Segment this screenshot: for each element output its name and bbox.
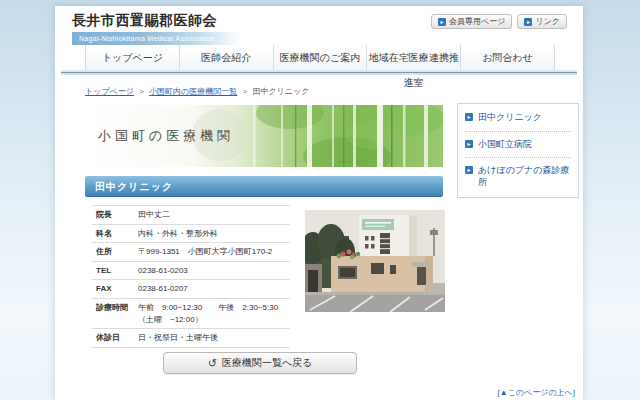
sidebar-item-tanaka-clinic[interactable]: ▸ 田中クリニック <box>465 105 571 132</box>
back-to-list-button[interactable]: ↺ 医療機関一覧へ戻る <box>163 352 357 374</box>
nav-item-contact[interactable]: お問合わせ <box>460 45 555 70</box>
member-page-button[interactable]: ▸ 会員専用ページ <box>431 14 512 29</box>
row-label: FAX <box>92 283 138 295</box>
nav-underline <box>61 70 577 75</box>
site-title: 長井市西置賜郡医師会 <box>72 12 217 30</box>
row-value: 0238-61-0207 <box>138 283 290 295</box>
sidebar-clinic-list: ▸ 田中クリニック ▸ 小国町立病院 ▸ あけぼのブナの森診療所 <box>457 103 579 198</box>
row-label: 診療時間 <box>92 302 138 325</box>
table-row: 診療時間 午前 9:00~12:30 午後 2:30~5:30 （土曜 ~12:… <box>92 298 290 328</box>
arrow-square-icon: ▸ <box>524 18 532 26</box>
row-label: 科名 <box>92 228 138 240</box>
nav-item-facilities[interactable]: 医療機関のご案内 <box>273 45 367 70</box>
table-row: TEL 0238-61-0203 <box>92 261 290 280</box>
table-row: 休診日 日・祝祭日・土曜午後 <box>92 328 290 348</box>
page-heading-banner: 小国町の医療機関 <box>85 105 443 167</box>
row-value: 田中丈二 <box>138 209 290 221</box>
sidebar-item-label: 田中クリニック <box>478 112 542 124</box>
page-container: 長井市西置賜郡医師会 Nagai-Nishiokitama Medical As… <box>55 6 583 400</box>
breadcrumb-link-list[interactable]: 小国町内の医療機関一覧 <box>149 87 237 96</box>
table-row: 住所 〒999-1351 小国町大字小国町170-2 <box>92 242 290 261</box>
row-value: 内科・外科・整形外科 <box>138 228 290 240</box>
nav-item-top[interactable]: トップページ <box>85 45 179 70</box>
arrow-square-icon: ▸ <box>438 18 446 26</box>
links-label: リンク <box>535 16 560 27</box>
breadcrumb-separator: > <box>139 87 144 96</box>
row-label: 住所 <box>92 246 138 258</box>
links-button[interactable]: ▸ リンク <box>517 14 567 29</box>
breadcrumb-separator: > <box>243 87 248 96</box>
breadcrumb-link-top[interactable]: トップページ <box>85 87 134 96</box>
breadcrumb: トップページ > 小国町内の医療機関一覧 > 田中クリニック <box>85 86 309 97</box>
back-button-label: 医療機関一覧へ戻る <box>222 356 312 370</box>
sidebar-item-akebono-clinic[interactable]: ▸ あけぼのブナの森診療所 <box>465 158 571 195</box>
page-title: 小国町の医療機関 <box>98 105 234 167</box>
table-row: FAX 0238-61-0207 <box>92 279 290 298</box>
site-subtitle: Nagai-Nishiokitama Medical Association <box>72 32 247 45</box>
main-nav: トップページ 医師会紹介 医療機関のご案内 地域在宅医療連携推進室 お問合わせ <box>85 45 555 70</box>
breadcrumb-current: 田中クリニック <box>252 87 309 96</box>
row-label: TEL <box>92 265 138 277</box>
browser-viewport: 長井市西置賜郡医師会 Nagai-Nishiokitama Medical As… <box>0 0 640 400</box>
nav-item-homecare[interactable]: 地域在宅医療連携推進室 <box>366 45 460 70</box>
row-value: 〒999-1351 小国町大字小国町170-2 <box>138 246 290 258</box>
sidebar-item-label: 小国町立病院 <box>478 139 532 151</box>
row-label: 休診日 <box>92 332 138 344</box>
row-value: 日・祝祭日・土曜午後 <box>138 332 290 344</box>
arrow-square-icon: ▸ <box>465 113 473 121</box>
arrow-square-icon: ▸ <box>465 166 473 174</box>
member-page-label: 会員専用ページ <box>449 16 505 27</box>
sidebar-item-label: あけぼのブナの森診療所 <box>478 165 571 188</box>
sidebar-item-oguni-hospital[interactable]: ▸ 小国町立病院 <box>465 132 571 159</box>
row-value: 0238-61-0203 <box>138 265 290 277</box>
nav-item-about[interactable]: 医師会紹介 <box>179 45 273 70</box>
header-buttons: ▸ 会員専用ページ ▸ リンク <box>431 14 567 29</box>
clinic-details-table: 院長 田中丈二 科名 内科・外科・整形外科 住所 〒999-1351 小国町大字… <box>92 205 290 348</box>
to-page-top-link[interactable]: [▲このページの上へ] <box>498 387 576 398</box>
clinic-photo <box>305 210 445 312</box>
clinic-building-image <box>305 210 445 312</box>
table-row: 科名 内科・外科・整形外科 <box>92 224 290 243</box>
row-label: 院長 <box>92 209 138 221</box>
row-value: 午前 9:00~12:30 午後 2:30~5:30 （土曜 ~12:00） <box>138 302 290 325</box>
table-row: 院長 田中丈二 <box>92 205 290 224</box>
arrow-square-icon: ▸ <box>465 140 473 148</box>
return-arrow-icon: ↺ <box>208 357 217 370</box>
clinic-section-header: 田中クリニック <box>85 176 443 197</box>
